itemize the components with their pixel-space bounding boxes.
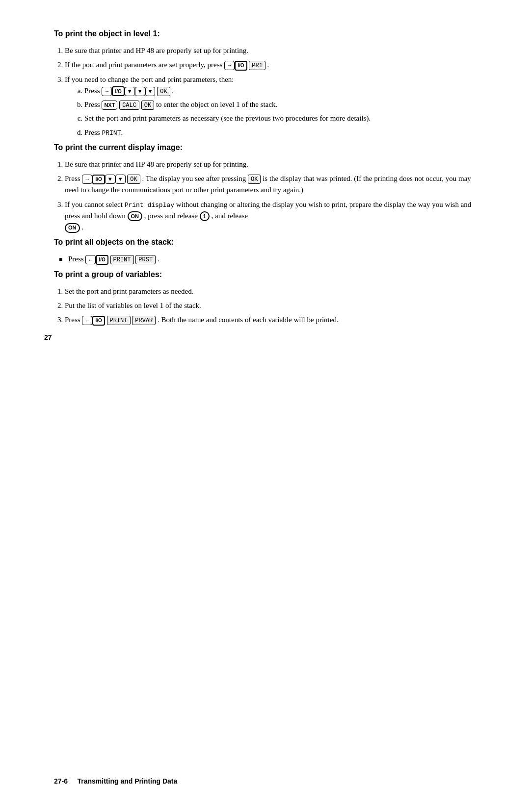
list-item: If the port and print parameters are set… [65, 59, 486, 71]
arrow-right-key[interactable]: → [224, 61, 235, 70]
section-display: To print the current display image: Be s… [54, 143, 486, 233]
text: Press PRINT. [84, 128, 123, 136]
section-level1: To print the object in level 1: Be sure … [54, 29, 486, 138]
on-key2[interactable]: ON [65, 223, 80, 233]
text: Press [65, 316, 82, 324]
list-item: Be sure that printer and HP 48 are prope… [65, 159, 486, 170]
io-key[interactable]: I/O [96, 255, 108, 265]
text: Be sure that printer and HP 48 are prope… [65, 160, 248, 168]
text: Set the port and print parameters as nee… [65, 287, 193, 295]
list-item: Press →I/O ▼ ▼ ▼ OK . [84, 85, 486, 97]
text: Set the port and print parameters as nec… [84, 114, 371, 122]
key-group-display: →I/O ▼ ▼ [82, 175, 125, 184]
text: . [81, 223, 83, 231]
list-item: Press →I/O PRINT PRVAR . Both the name a… [65, 314, 486, 326]
softkey-ok[interactable]: OK [157, 87, 170, 96]
softkey-ok[interactable]: OK [141, 101, 154, 110]
section-heading-display: To print the current display image: [54, 143, 486, 152]
footer-text: 27-6 Transmitting and Printing Data [54, 777, 177, 785]
section-heading-level1: To print the object in level 1: [54, 29, 486, 38]
softkey-pr1[interactable]: PR1 [249, 61, 265, 70]
text: . [158, 255, 159, 263]
key-group-a: →I/O ▼ ▼ ▼ [102, 86, 155, 96]
softkey-ok2[interactable]: OK [248, 175, 261, 184]
arrow-left-key[interactable]: → [85, 255, 96, 264]
down-key[interactable]: ▼ [135, 87, 145, 96]
text: Press [65, 175, 82, 182]
nxt-key[interactable]: NXT [102, 101, 117, 110]
footer: 27-6 Transmitting and Printing Data [0, 777, 530, 785]
text: . [267, 61, 269, 69]
list-item: Press NXT CALC OK to enter the object on… [84, 99, 486, 110]
list-item: Put the list of variables on level 1 of … [65, 300, 486, 311]
arrow-right-key[interactable]: → [82, 175, 92, 184]
key-group: →I/O [224, 61, 247, 71]
key-group-prvar: →I/O [82, 316, 105, 326]
text: . Both the name and contents of each var… [158, 316, 339, 324]
softkey-print[interactable]: PRINT [110, 255, 134, 264]
softkey-prst[interactable]: PRST [135, 255, 156, 264]
list-item: Press →I/O ▼ ▼ OK . The display you see … [65, 173, 486, 196]
io-key[interactable]: I/O [112, 86, 124, 96]
bullet-list: Press →I/O PRINT PRST . [59, 254, 486, 265]
section-heading-all-objects: To print all objects on the stack: [54, 238, 486, 247]
mono-text: Print display [125, 202, 174, 209]
down-key[interactable]: ▼ [145, 87, 156, 96]
text: If you need to change the port and print… [65, 76, 234, 83]
list-item: Be sure that printer and HP 48 are prope… [65, 45, 486, 56]
text: Be sure that printer and HP 48 are prope… [65, 47, 248, 54]
section-display-list: Be sure that printer and HP 48 are prope… [65, 159, 486, 233]
list-item: Press →I/O PRINT PRST . [59, 254, 486, 265]
section-all-objects: To print all objects on the stack: Press… [54, 238, 486, 265]
footer-title: Transmitting and Printing Data [77, 777, 177, 785]
text: Press [68, 255, 85, 263]
section-group: To print a group of variables: Set the p… [54, 270, 486, 326]
arrow-left-key[interactable]: → [82, 316, 92, 325]
text: . The display you see after pressing OK … [65, 175, 471, 194]
softkey-print-prvar[interactable]: PRINT [107, 316, 131, 325]
io-key[interactable]: I/O [92, 316, 105, 326]
page: To print the object in level 1: Be sure … [0, 0, 530, 812]
list-item: If you need to change the port and print… [65, 74, 486, 138]
section-level1-list: Be sure that printer and HP 48 are prope… [65, 45, 486, 138]
page-number-side: 27 [44, 333, 52, 341]
softkey-calc[interactable]: CALC [119, 101, 139, 110]
mono-text: PRINT [102, 129, 121, 137]
text: Press [84, 101, 102, 108]
list-item: Set the port and print parameters as nee… [65, 286, 486, 297]
down-key[interactable]: ▼ [105, 175, 115, 184]
text: , press and release [144, 212, 200, 220]
text: to enter the object on level 1 of the st… [156, 101, 277, 108]
footer-page-ref: 27-6 [54, 777, 68, 785]
list-item: If you cannot select Print display witho… [65, 199, 486, 233]
text: Press [84, 87, 102, 95]
text: . [172, 87, 174, 95]
key-group-print-all: →I/O [85, 255, 108, 265]
on-key[interactable]: ON [128, 211, 143, 221]
arrow-right-key[interactable]: → [102, 87, 112, 96]
io-key[interactable]: I/O [235, 61, 247, 71]
section-heading-group: To print a group of variables: [54, 270, 486, 279]
text: If you cannot select Print display witho… [65, 201, 471, 220]
softkey-ok[interactable]: OK [127, 175, 140, 184]
alpha-sublist: Press →I/O ▼ ▼ ▼ OK . Press NXT [84, 85, 486, 138]
text: If the port and print parameters are set… [65, 61, 224, 69]
list-item: Press PRINT. [84, 127, 486, 138]
text: , and release [212, 212, 248, 220]
softkey-prvar[interactable]: PRVAR [132, 316, 156, 325]
key-1[interactable]: 1 [200, 211, 210, 221]
text: Put the list of variables on level 1 of … [65, 302, 201, 309]
io-key[interactable]: I/O [92, 175, 105, 184]
list-item: Set the port and print parameters as nec… [84, 113, 486, 124]
down-key[interactable]: ▼ [125, 87, 135, 96]
down-key[interactable]: ▼ [115, 175, 126, 184]
section-group-list: Set the port and print parameters as nee… [65, 286, 486, 326]
